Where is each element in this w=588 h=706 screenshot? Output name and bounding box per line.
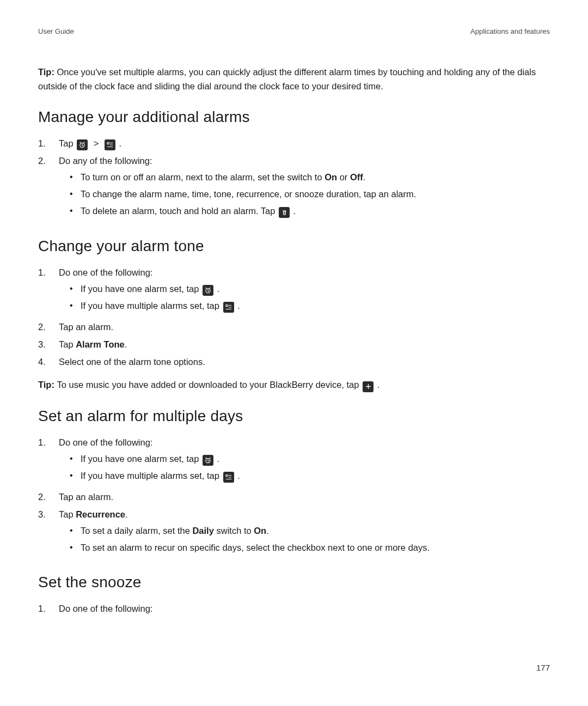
text: . (125, 509, 128, 519)
text: Do any of the following: (59, 156, 152, 166)
chevron-separator: > (94, 138, 99, 148)
list-item: To set a daily alarm, set the Daily swit… (59, 523, 550, 539)
list-item: If you have one alarm set, tap . (59, 281, 550, 297)
multi-bullets-2: To set a daily alarm, set the Daily swit… (59, 523, 550, 556)
list-item: If you have multiple alarms set, tap . (59, 298, 550, 314)
heading-snooze: Set the snooze (38, 574, 550, 591)
text: Tap (59, 138, 76, 148)
text: . (237, 471, 240, 480)
step-number: 2. (38, 153, 59, 168)
heading-change-tone: Change your alarm tone (38, 238, 550, 255)
tone-step-1: 1. Do one of the following: If you have … (38, 265, 550, 317)
text: . (217, 454, 220, 464)
step-body: Do any of the following: To turn on or o… (59, 153, 550, 222)
heading-multiple-days: Set an alarm for multiple days (38, 407, 550, 425)
clock-alarm-icon (203, 285, 213, 296)
svg-point-3 (225, 305, 228, 307)
step-number: 4. (38, 354, 59, 369)
text: Do one of the following: (59, 267, 152, 277)
clock-alarm-icon (77, 139, 88, 150)
text: Tap (59, 509, 76, 519)
text: switch to (214, 526, 254, 535)
alarm-list-icon (223, 302, 234, 313)
tone-step-3: 3. Tap Alarm Tone. (38, 337, 550, 352)
text: . (293, 206, 296, 216)
text: Do one of the following: (59, 437, 152, 447)
text: If you have multiple alarms set, tap (81, 301, 222, 311)
list-item: If you have one alarm set, tap . (59, 451, 550, 467)
on-label: On (254, 526, 266, 535)
tip-text: Once you've set multiple alarms, you can… (38, 67, 536, 91)
on-label: On (324, 172, 337, 182)
text: To set a daily alarm, set the (81, 526, 192, 535)
manage-bullets: To turn on or off an alarm, next to the … (59, 169, 550, 219)
step-number: 3. (38, 507, 59, 522)
text: . (266, 526, 269, 535)
tip-text: To use music you have added or downloade… (57, 380, 362, 389)
list-item: If you have multiple alarms set, tap . (59, 468, 550, 484)
heading-manage-alarms: Manage your additional alarms (38, 108, 550, 126)
step-number: 1. (38, 435, 59, 450)
text: . (237, 301, 240, 311)
alarm-list-icon (223, 472, 234, 483)
text: To delete an alarm, touch and hold an al… (81, 206, 278, 216)
daily-label: Daily (192, 526, 213, 535)
text: . (125, 339, 127, 349)
alarm-list-icon (105, 139, 115, 150)
step-body: Tap > . (59, 136, 550, 151)
manage-step-1: 1. Tap > . (38, 136, 550, 151)
text: Tap (59, 339, 76, 349)
multi-steps: 1. Do one of the following: If you have … (38, 435, 550, 559)
text: or (337, 172, 350, 182)
manage-step-2: 2. Do any of the following: To turn on o… (38, 153, 550, 222)
text: . (363, 172, 366, 182)
tone-step-2: 2. Tap an alarm. (38, 319, 550, 334)
tone-steps: 1. Do one of the following: If you have … (38, 265, 550, 369)
tip-label: Tip: (38, 67, 57, 77)
manage-steps: 1. Tap > . 2. Do any of the following: (38, 136, 550, 222)
tip-label: Tip: (38, 380, 57, 389)
step-number: 1. (38, 136, 59, 151)
page: User Guide Applications and features Tip… (0, 0, 588, 706)
list-item: To change the alarm name, time, tone, re… (59, 186, 550, 202)
text: To set an alarm to recur on specific day… (81, 540, 430, 556)
step-number: 2. (38, 319, 59, 334)
step-body: Do one of the following: If you have one… (59, 435, 550, 487)
tone-bullets: If you have one alarm set, tap . If you … (59, 281, 550, 314)
text: If you have one alarm set, tap (81, 284, 201, 294)
svg-point-1 (107, 142, 109, 144)
off-label: Off (350, 172, 363, 182)
text: . (119, 138, 122, 148)
step-body: Do one of the following: (59, 601, 550, 616)
snooze-step-1: 1. Do one of the following: (38, 601, 550, 616)
step-body: Do one of the following: If you have one… (59, 265, 550, 317)
text: . (377, 380, 380, 389)
header-right: Applications and features (470, 27, 550, 35)
tip-music: Tip: To use music you have added or down… (38, 378, 550, 392)
list-item: To delete an alarm, touch and hold an al… (59, 203, 550, 219)
step-body: Tap Alarm Tone. (59, 337, 550, 352)
step-number: 2. (38, 489, 59, 504)
step-body: Tap an alarm. (59, 489, 550, 504)
list-item: To turn on or off an alarm, next to the … (59, 169, 550, 185)
multi-step-3: 3. Tap Recurrence. To set a daily alarm,… (38, 507, 550, 559)
clock-alarm-icon (203, 455, 213, 466)
text: If you have multiple alarms set, tap (81, 471, 222, 480)
recurrence-label: Recurrence (76, 509, 125, 519)
text: If you have one alarm set, tap (81, 454, 201, 464)
tone-step-4: 4. Select one of the alarm tone options. (38, 354, 550, 369)
snooze-steps: 1. Do one of the following: (38, 601, 550, 616)
step-number: 1. (38, 265, 59, 280)
header-left: User Guide (38, 27, 74, 35)
text: To turn on or off an alarm, next to the … (81, 172, 324, 182)
step-body: Tap Recurrence. To set a daily alarm, se… (59, 507, 550, 559)
multi-step-2: 2. Tap an alarm. (38, 489, 550, 504)
text: To change the alarm name, time, tone, re… (81, 186, 416, 202)
step-number: 1. (38, 601, 59, 616)
page-header: User Guide Applications and features (38, 27, 550, 35)
list-item: To set an alarm to recur on specific day… (59, 540, 550, 556)
step-body: Select one of the alarm tone options. (59, 354, 550, 369)
plus-icon (363, 381, 373, 392)
multi-bullets-1: If you have one alarm set, tap . If you … (59, 451, 550, 484)
multi-step-1: 1. Do one of the following: If you have … (38, 435, 550, 487)
